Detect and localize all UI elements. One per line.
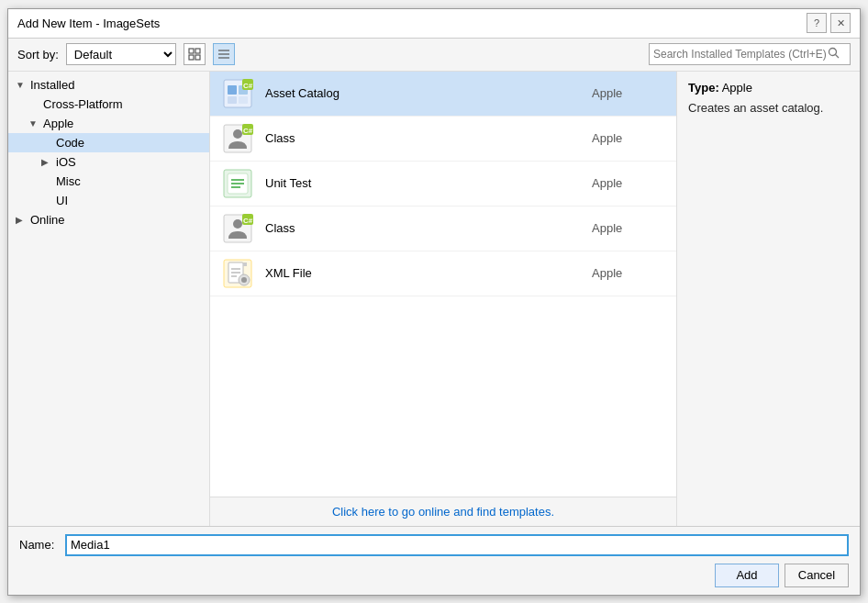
svg-line-8 [836,55,840,59]
item-icon-class: C# [221,122,254,155]
content-area: ▼ Installed Cross-Platform ▼ Apple Code … [8,72,860,526]
sidebar-item-label: Misc [56,174,81,188]
sidebar-item-apple[interactable]: ▼ Apple [8,114,209,133]
items-list: C# Asset Catalog Apple [210,72,676,497]
sidebar-item-cross-platform[interactable]: Cross-Platform [8,95,209,114]
sidebar-item-code[interactable]: Code [8,133,209,152]
online-link-area: Click here to go online and find templat… [210,497,676,526]
arrow-icon: ▶ [16,215,27,225]
sidebar-item-label: iOS [56,155,76,169]
arrow-icon: ▶ [41,157,52,167]
online-link[interactable]: Click here to go online and find templat… [332,505,554,519]
item-name: Asset Catalog [265,86,581,100]
sidebar-item-ios[interactable]: ▶ iOS [8,152,209,172]
add-button[interactable]: Add [715,564,779,587]
svg-point-36 [241,277,247,283]
svg-text:C#: C# [243,82,253,90]
item-category: Apple [592,176,665,190]
svg-rect-2 [189,55,194,60]
item-category: Apple [592,131,665,145]
svg-point-26 [233,219,242,229]
svg-marker-31 [243,262,247,266]
svg-text:C#: C# [243,127,253,135]
description-text: Creates an asset catalog. [688,100,849,117]
arrow-icon: ▼ [28,118,39,128]
table-row[interactable]: C# Class Apple [210,117,676,162]
sidebar-item-label: Installed [30,78,74,92]
title-bar: Add New Item - ImageSets ? ✕ [8,9,860,39]
sidebar-item-label: Code [56,136,84,150]
item-icon-unit-test [221,167,254,200]
svg-rect-10 [228,85,237,95]
sidebar-item-label: UI [56,194,68,207]
item-icon-xml-file [221,257,254,290]
name-input[interactable] [65,534,849,556]
toolbar: Sort by: Default Name Type [8,39,860,72]
item-category: Apple [592,221,665,235]
grid-view-button[interactable] [184,43,206,65]
item-name: XML File [265,266,581,280]
type-label: Type: [688,81,719,95]
button-row: Add Cancel [19,564,849,587]
right-panel: Type: Apple Creates an asset catalog. [676,72,860,526]
search-icon [828,47,840,61]
table-row[interactable]: C# Class Apple [210,207,676,251]
item-icon-asset-catalog: C# [221,77,254,110]
table-row[interactable]: Unit Test Apple [210,162,676,207]
svg-rect-1 [195,49,200,53]
help-button[interactable]: ? [807,13,827,33]
dialog: Add New Item - ImageSets ? ✕ Sort by: De… [7,8,861,596]
svg-point-17 [233,129,242,139]
sidebar-item-misc[interactable]: Misc [8,172,209,191]
sidebar-item-online[interactable]: ▶ Online [8,210,209,229]
item-name: Class [265,221,581,235]
svg-rect-3 [195,55,200,60]
table-row[interactable]: C# Asset Catalog Apple [210,72,676,117]
sidebar-item-label: Cross-Platform [43,97,123,111]
item-name: Class [265,131,581,145]
search-box [649,43,851,65]
arrow-icon: ▼ [16,80,27,90]
title-bar-buttons: ? ✕ [807,13,851,33]
item-category: Apple [592,266,665,280]
item-name: Unit Test [265,176,581,190]
table-row[interactable]: XML File Apple [210,251,676,296]
sidebar-item-label: Online [30,213,65,227]
svg-point-7 [829,49,837,56]
type-value: Apple [722,81,752,95]
type-line: Type: Apple [688,81,849,95]
sidebar-item-installed[interactable]: ▼ Installed [8,75,209,95]
svg-text:C#: C# [243,217,253,225]
main-panel: C# Asset Catalog Apple [210,72,676,526]
svg-rect-12 [228,96,237,104]
sidebar-item-label: Apple [43,117,73,130]
sidebar-item-ui[interactable]: UI [8,191,209,210]
dialog-title: Add New Item - ImageSets [17,17,160,30]
sort-select[interactable]: Default Name Type [66,43,176,65]
search-input[interactable] [653,48,828,61]
svg-rect-0 [189,49,194,53]
item-icon-class2: C# [221,212,254,245]
svg-rect-13 [239,96,248,104]
list-view-button[interactable] [213,43,235,65]
item-category: Apple [592,86,665,100]
footer: Name: Add Cancel [8,526,860,595]
cancel-button[interactable]: Cancel [785,564,849,587]
close-button[interactable]: ✕ [830,13,851,33]
sidebar: ▼ Installed Cross-Platform ▼ Apple Code … [8,72,210,526]
name-label: Name: [19,538,56,552]
name-row: Name: [19,534,849,556]
sort-label: Sort by: [17,48,59,61]
